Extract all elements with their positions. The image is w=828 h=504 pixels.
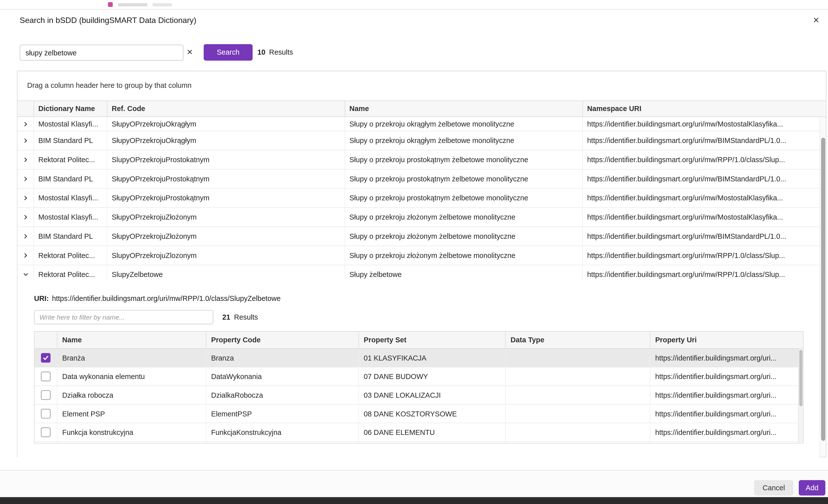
cell-data-type	[505, 368, 650, 385]
bsdd-search-dialog: Search in bSDD (buildingSMART Data Dicti…	[0, 0, 828, 504]
cell-dictionary-name: BIM Standard PL	[34, 170, 107, 188]
column-header[interactable]: Namespace URI	[582, 101, 826, 117]
unchecked-checkbox[interactable]	[41, 390, 50, 400]
background-logo-fragment	[108, 2, 113, 7]
dictionary-results-panel: Drag a column header here to group by th…	[17, 71, 826, 457]
chevron-right-icon[interactable]	[17, 246, 34, 265]
cell-name: Słupy o przekroju złożonym żelbetowe mon…	[345, 227, 582, 246]
cell-property-uri: https://identifier.buildingsmart.org/uri…	[650, 368, 803, 385]
property-row[interactable]: Funkcja konstrukcyjnaFunkcjaKonstrukcyjn…	[35, 423, 803, 442]
property-row[interactable]: Działka roboczaDzialkaRobocza03 DANE LOK…	[35, 386, 803, 405]
cell-name: Słupy o przekroju okrągłym żelbetowe mon…	[345, 131, 582, 150]
checkbox-cell	[35, 405, 57, 423]
checkbox-cell	[35, 423, 57, 441]
cell-namespace-uri: https://identifier.buildingsmart.org/uri…	[582, 208, 819, 226]
close-icon[interactable]: ✕	[811, 14, 822, 26]
cell-ref-code: SlupyOPrzekrojuProstokatnym	[107, 151, 345, 169]
unchecked-checkbox[interactable]	[41, 372, 50, 381]
dictionary-row[interactable]: BIM Standard PLSłupyOPrzekrojuProstokątn…	[17, 170, 820, 189]
dictionary-row[interactable]: Mostostal Klasyfi...SłupyOPrzekrojuProst…	[17, 189, 820, 208]
property-table-header: NameProperty CodeProperty SetData TypePr…	[35, 332, 803, 349]
search-button[interactable]: Search	[204, 44, 253, 60]
property-row[interactable]	[35, 442, 803, 444]
column-header[interactable]: Property Code	[206, 332, 359, 348]
cell-ref-code: SłupyOPrzekrojuOkrągłym	[107, 131, 345, 150]
dictionary-grid-scrollbar[interactable]	[820, 117, 826, 457]
uri-label: URI:	[34, 295, 49, 303]
cell-data-type	[505, 386, 650, 404]
dictionary-row[interactable]: BIM Standard PLSłupyOPrzekrojuZłożonymSł…	[17, 227, 820, 246]
cell-ref-code: SłupyOPrzekrojuProstokątnym	[107, 170, 345, 188]
column-header[interactable]: Property Set	[358, 332, 505, 348]
dictionary-row[interactable]: Rektorat Politec...SlupyOPrzekrojuZlozon…	[17, 246, 820, 265]
results-text: Results	[269, 48, 293, 56]
column-header[interactable]: Name	[345, 101, 582, 117]
cell-namespace-uri: https://identifier.buildingsmart.org/uri…	[582, 131, 819, 150]
unchecked-checkbox[interactable]	[41, 427, 50, 437]
cell-property-uri: https://identifier.buildingsmart.org/uri…	[650, 386, 803, 404]
property-row[interactable]: Data wykonania elementuDataWykonania07 D…	[35, 368, 803, 386]
cell-dictionary-name: Rektorat Politec...	[34, 151, 107, 169]
dictionary-row[interactable]: Rektorat Politec...SlupyOPrzekrojuProsto…	[17, 151, 820, 170]
clear-search-icon[interactable]: ✕	[186, 47, 194, 57]
search-results-count: 10Results	[257, 48, 293, 56]
cell-property-code: FunkcjaKonstrukcyjna	[206, 423, 359, 441]
cell-name: Słupy o przekroju złożonym żelbetowe mon…	[345, 208, 582, 226]
dialog-title: Search in bSDD (buildingSMART Data Dicti…	[20, 15, 196, 25]
background-text-fragment	[153, 3, 172, 6]
column-header[interactable]: Property Uri	[650, 332, 803, 348]
cell-dictionary-name: Mostostal Klasyfi...	[34, 208, 107, 226]
chevron-right-icon[interactable]	[17, 170, 34, 188]
cell-property-uri	[650, 442, 803, 444]
cancel-button[interactable]: Cancel	[754, 480, 794, 496]
cell-name: Słupy o przekroju prostokątnym żelbetowe…	[345, 189, 582, 208]
property-table-body: BranżaBranza01 KLASYFIKACJAhttps://ident…	[35, 349, 803, 444]
property-table: NameProperty CodeProperty SetData TypePr…	[34, 331, 803, 444]
chevron-right-icon[interactable]	[17, 131, 34, 150]
column-header[interactable]: Ref. Code	[107, 101, 345, 117]
dictionary-row[interactable]: BIM Standard PLSłupyOPrzekrojuOkrągłymSł…	[17, 131, 820, 151]
cell-property-uri: https://identifier.buildingsmart.org/uri…	[650, 405, 803, 423]
dictionary-grid-body: Mostostal Klasyfi...SłupyOPrzekrojuOkrąg…	[17, 117, 820, 285]
chevron-right-icon[interactable]	[17, 117, 34, 131]
checked-checkbox[interactable]	[41, 353, 50, 363]
column-header[interactable]: Dictionary Name	[34, 101, 107, 117]
dictionary-row[interactable]: Mostostal Klasyfi...SłupyOPrzekrojuZłożo…	[17, 208, 820, 227]
unchecked-checkbox[interactable]	[41, 409, 50, 418]
property-table-scrollbar[interactable]	[798, 349, 803, 443]
column-header[interactable]: Name	[57, 332, 206, 348]
search-input[interactable]	[20, 45, 183, 60]
property-row[interactable]: Element PSPElementPSP08 DANE KOSZTORYSOW…	[35, 405, 803, 423]
cell-ref-code: SłupyOPrzekrojuZłożonym	[107, 208, 345, 226]
cell-property-uri: https://identifier.buildingsmart.org/uri…	[650, 349, 803, 367]
grid-header-expander-cell	[17, 101, 34, 117]
cell-property-code: DataWykonania	[206, 368, 359, 385]
dialog-footer: Cancel Add	[0, 470, 828, 498]
background-window-edge	[0, 497, 828, 504]
chevron-right-icon[interactable]	[17, 189, 34, 208]
cell-property-set: 06 DANE ELEMENTU	[358, 423, 505, 441]
cell-dictionary-name: Rektorat Politec...	[34, 246, 107, 265]
chevron-right-icon[interactable]	[17, 208, 34, 226]
cell-ref-code: SłupyOPrzekrojuOkrągłym	[107, 117, 345, 131]
cell-property-set: 01 KLASYFIKACJA	[358, 349, 505, 367]
cell-name: Słupy o przekroju złożonym żelbetowe mon…	[345, 246, 582, 265]
cell-property-code: Branza	[206, 349, 359, 367]
cell-ref-code: SlupyOPrzekrojuZlozonym	[107, 246, 345, 265]
uri-value: https://identifier.buildingsmart.org/uri…	[52, 295, 281, 303]
cell-property-name: Funkcja konstrukcyjna	[57, 423, 206, 441]
dictionary-row[interactable]: Mostostal Klasyfi...SłupyOPrzekrojuOkrąg…	[17, 117, 820, 131]
scrollbar-thumb[interactable]	[821, 138, 825, 441]
cell-namespace-uri: https://identifier.buildingsmart.org/uri…	[582, 246, 819, 265]
property-filter-input[interactable]	[34, 310, 213, 324]
property-row[interactable]: BranżaBranza01 KLASYFIKACJAhttps://ident…	[35, 349, 803, 368]
chevron-right-icon[interactable]	[17, 151, 34, 169]
results-number: 10	[257, 48, 265, 56]
property-results-number: 21	[222, 313, 230, 321]
scrollbar-thumb[interactable]	[799, 350, 802, 406]
property-header-checkbox-cell	[35, 332, 57, 348]
column-header[interactable]: Data Type	[505, 332, 650, 348]
add-button[interactable]: Add	[799, 480, 826, 496]
cell-property-code: ElementPSP	[206, 405, 359, 423]
chevron-right-icon[interactable]	[17, 227, 34, 246]
